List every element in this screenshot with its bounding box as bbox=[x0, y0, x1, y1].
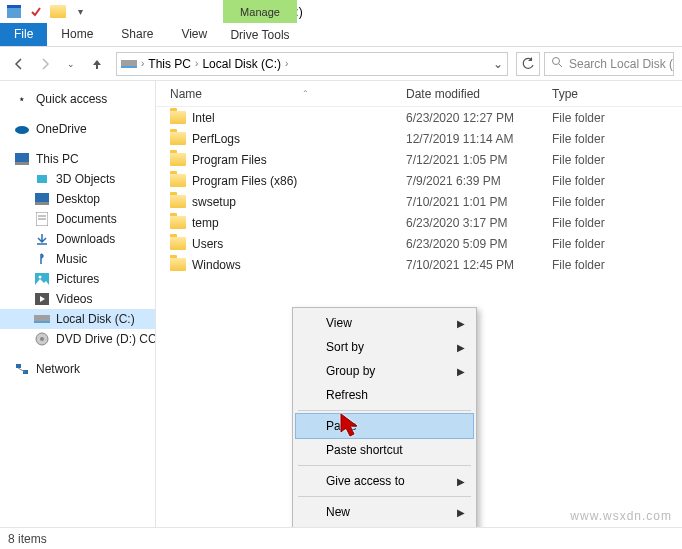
properties-icon[interactable] bbox=[26, 3, 46, 21]
file-name: temp bbox=[192, 216, 219, 230]
cm-separator bbox=[298, 465, 471, 466]
file-type: File folder bbox=[546, 132, 682, 146]
nav-item-music[interactable]: Music bbox=[0, 249, 155, 269]
column-date[interactable]: Date modified bbox=[406, 87, 546, 101]
folder-icon bbox=[170, 111, 186, 124]
breadcrumb-location[interactable]: Local Disk (C:) bbox=[202, 57, 281, 71]
refresh-button[interactable] bbox=[516, 52, 540, 76]
item-count: 8 items bbox=[8, 532, 47, 546]
file-row[interactable]: temp6/23/2020 3:17 PMFile folder bbox=[156, 212, 682, 233]
folder-icon bbox=[170, 237, 186, 250]
cm-sort-by[interactable]: Sort by▶ bbox=[296, 335, 473, 359]
chevron-right-icon: ▶ bbox=[457, 342, 465, 353]
nav-item-pictures[interactable]: Pictures bbox=[0, 269, 155, 289]
qa-overflow-icon[interactable]: ▾ bbox=[70, 3, 90, 21]
svg-rect-25 bbox=[23, 370, 28, 374]
file-row[interactable]: Users6/23/2020 5:09 PMFile folder bbox=[156, 233, 682, 254]
cm-group-by[interactable]: Group by▶ bbox=[296, 359, 473, 383]
nav-this-pc[interactable]: This PC bbox=[0, 149, 155, 169]
quick-access-toolbar: ▾ bbox=[0, 1, 94, 23]
watermark: www.wsxdn.com bbox=[570, 509, 672, 523]
file-date: 6/23/2020 12:27 PM bbox=[406, 111, 546, 125]
chevron-right-icon[interactable]: › bbox=[285, 58, 288, 69]
tab-home[interactable]: Home bbox=[47, 23, 107, 46]
up-button[interactable] bbox=[86, 53, 108, 75]
nav-label: Desktop bbox=[56, 192, 100, 206]
svg-rect-7 bbox=[15, 153, 29, 162]
sort-indicator-icon: ⌃ bbox=[302, 89, 309, 98]
3d-objects-icon bbox=[34, 171, 50, 187]
svg-rect-3 bbox=[121, 66, 137, 68]
file-list: Intel6/23/2020 12:27 PMFile folderPerfLo… bbox=[156, 107, 682, 275]
explorer-icon[interactable] bbox=[4, 3, 24, 21]
cm-view[interactable]: View▶ bbox=[296, 311, 473, 335]
column-name[interactable]: Name⌃ bbox=[156, 87, 406, 101]
tab-file[interactable]: File bbox=[0, 23, 47, 46]
network-icon bbox=[14, 361, 30, 377]
cm-paste-shortcut[interactable]: Paste shortcut bbox=[296, 438, 473, 462]
file-name: Users bbox=[192, 237, 223, 251]
cm-refresh[interactable]: Refresh bbox=[296, 383, 473, 407]
file-row[interactable]: Program Files (x86)7/9/2021 6:39 PMFile … bbox=[156, 170, 682, 191]
file-row[interactable]: Program Files7/12/2021 1:05 PMFile folde… bbox=[156, 149, 682, 170]
nav-quick-access[interactable]: ⋆ Quick access bbox=[0, 89, 155, 109]
svg-rect-10 bbox=[35, 193, 49, 202]
file-name: swsetup bbox=[192, 195, 236, 209]
cloud-icon bbox=[14, 121, 30, 137]
file-row[interactable]: PerfLogs12/7/2019 11:14 AMFile folder bbox=[156, 128, 682, 149]
file-type: File folder bbox=[546, 258, 682, 272]
file-name: PerfLogs bbox=[192, 132, 240, 146]
svg-point-6 bbox=[15, 126, 29, 134]
nav-label: Downloads bbox=[56, 232, 115, 246]
nav-item-videos[interactable]: Videos bbox=[0, 289, 155, 309]
qa-folder-icon[interactable] bbox=[48, 3, 68, 21]
file-row[interactable]: swsetup7/10/2021 1:01 PMFile folder bbox=[156, 191, 682, 212]
svg-rect-1 bbox=[7, 5, 21, 8]
file-row[interactable]: Intel6/23/2020 12:27 PMFile folder bbox=[156, 107, 682, 128]
nav-item-3d-objects[interactable]: 3D Objects bbox=[0, 169, 155, 189]
nav-label: Quick access bbox=[36, 92, 107, 106]
nav-item-desktop[interactable]: Desktop bbox=[0, 189, 155, 209]
cm-paste[interactable]: Paste bbox=[296, 414, 473, 438]
chevron-down-icon[interactable]: ⌄ bbox=[493, 57, 503, 71]
dvd-icon bbox=[34, 331, 50, 347]
nav-network[interactable]: Network bbox=[0, 359, 155, 379]
column-type[interactable]: Type bbox=[546, 87, 682, 101]
nav-onedrive[interactable]: OneDrive bbox=[0, 119, 155, 139]
nav-item-downloads[interactable]: Downloads bbox=[0, 229, 155, 249]
file-row[interactable]: Windows7/10/2021 12:45 PMFile folder bbox=[156, 254, 682, 275]
folder-icon bbox=[170, 153, 186, 166]
music-icon bbox=[34, 251, 50, 267]
file-type: File folder bbox=[546, 111, 682, 125]
search-input[interactable]: Search Local Disk (C:) bbox=[544, 52, 674, 76]
breadcrumb[interactable]: › This PC › Local Disk (C:) › ⌄ bbox=[116, 52, 508, 76]
tab-view[interactable]: View bbox=[167, 23, 221, 46]
search-icon bbox=[551, 56, 563, 71]
nav-item-local-disk-c-[interactable]: Local Disk (C:) bbox=[0, 309, 155, 329]
cm-separator bbox=[298, 410, 471, 411]
svg-rect-24 bbox=[16, 364, 21, 368]
nav-item-dvd-drive-d-ccsa[interactable]: DVD Drive (D:) CCSA bbox=[0, 329, 155, 349]
cm-give-access[interactable]: Give access to▶ bbox=[296, 469, 473, 493]
chevron-right-icon: ▶ bbox=[457, 476, 465, 487]
svg-line-5 bbox=[559, 64, 562, 67]
tab-drive-tools[interactable]: Drive Tools bbox=[223, 23, 297, 47]
folder-icon bbox=[170, 195, 186, 208]
breadcrumb-this-pc[interactable]: This PC bbox=[148, 57, 191, 71]
status-bar: 8 items bbox=[0, 527, 682, 549]
title-bar: ▾ Manage Local Disk (C:) bbox=[0, 0, 682, 23]
nav-item-documents[interactable]: Documents bbox=[0, 209, 155, 229]
nav-label: Videos bbox=[56, 292, 92, 306]
tab-share[interactable]: Share bbox=[107, 23, 167, 46]
chevron-right-icon[interactable]: › bbox=[195, 58, 198, 69]
nav-label: 3D Objects bbox=[56, 172, 115, 186]
recent-dropdown-icon[interactable]: ⌄ bbox=[60, 53, 82, 75]
svg-point-4 bbox=[553, 58, 560, 65]
forward-button[interactable] bbox=[34, 53, 56, 75]
nav-label: Pictures bbox=[56, 272, 99, 286]
downloads-icon bbox=[34, 231, 50, 247]
chevron-right-icon[interactable]: › bbox=[141, 58, 144, 69]
cm-new[interactable]: New▶ bbox=[296, 500, 473, 524]
folder-icon bbox=[170, 258, 186, 271]
back-button[interactable] bbox=[8, 53, 30, 75]
